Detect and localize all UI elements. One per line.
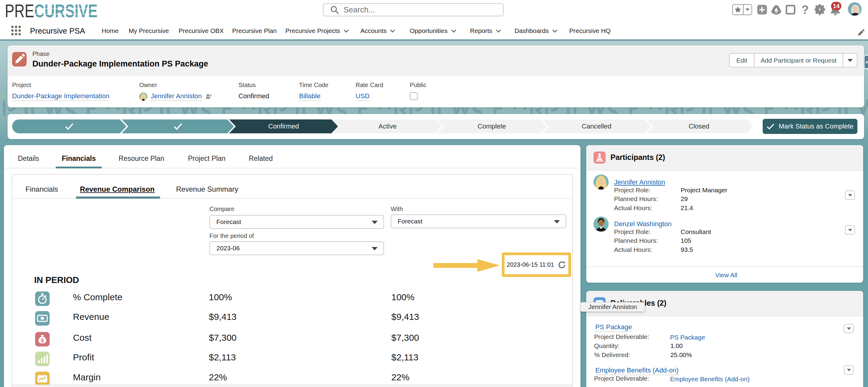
svg-text:$: $ bbox=[41, 338, 44, 344]
